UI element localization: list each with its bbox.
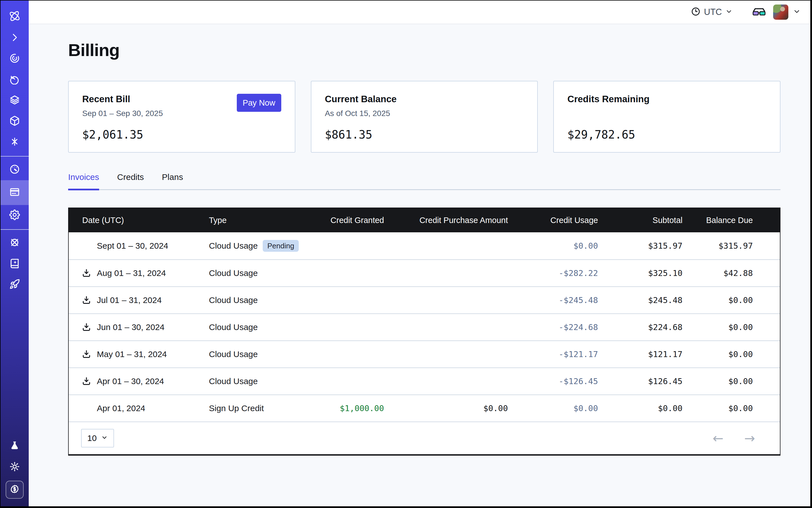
subtotal-value: $315.97 bbox=[598, 241, 682, 251]
invoice-type: Sign Up Credit bbox=[209, 404, 264, 413]
table-row: Jun 01 – 30, 2024 Cloud Usage -$224.68 $… bbox=[69, 313, 780, 340]
dollar-badge-button[interactable] bbox=[6, 481, 24, 499]
download-invoice-button[interactable] bbox=[82, 349, 92, 359]
clock-icon bbox=[691, 7, 700, 17]
credit-usage-value: -$126.45 bbox=[508, 377, 598, 386]
chevron-down-icon[interactable] bbox=[793, 8, 801, 16]
date-cell: Aug 01 – 31, 2024 bbox=[69, 268, 209, 278]
summary-cards: Recent Bill Sep 01 – Sep 30, 2025 Pay No… bbox=[68, 81, 780, 153]
chevron-down-icon bbox=[101, 433, 108, 443]
column-header-balance-due: Balance Due bbox=[682, 216, 780, 225]
invoice-type: Cloud Usage bbox=[209, 377, 258, 386]
timezone-label: UTC bbox=[704, 7, 722, 17]
sidebar-item-billing[interactable] bbox=[1, 180, 29, 205]
download-icon bbox=[82, 323, 91, 332]
sidebar-item-functions[interactable] bbox=[1, 132, 29, 153]
subtotal-value: $0.00 bbox=[598, 404, 682, 413]
invoice-date: Apr 01, 2024 bbox=[97, 404, 145, 413]
type-cell: Cloud Usage Pending bbox=[209, 240, 324, 252]
timezone-selector[interactable]: UTC bbox=[691, 7, 733, 17]
credits-remaining-amount: $29,782.65 bbox=[567, 128, 766, 141]
spiral-eye-icon bbox=[9, 53, 20, 65]
sidebar-item-expand[interactable] bbox=[1, 28, 29, 48]
sidebar-item-observe[interactable] bbox=[1, 48, 29, 69]
credit-usage-value: $0.00 bbox=[508, 241, 598, 251]
sidebar-item-docs[interactable] bbox=[1, 253, 29, 274]
date-cell: May 01 – 31, 2024 bbox=[69, 349, 209, 359]
invoice-date: Jun 01 – 30, 2024 bbox=[97, 323, 164, 332]
download-invoice-button[interactable] bbox=[82, 295, 92, 305]
sidebar-item-logo[interactable] bbox=[1, 1, 29, 28]
table-row: Sept 01 – 30, 2024 Cloud Usage Pending $… bbox=[69, 232, 780, 259]
type-cell: Cloud Usage bbox=[209, 323, 324, 332]
subtotal-value: $224.68 bbox=[598, 323, 682, 332]
type-cell: Cloud Usage bbox=[209, 349, 324, 359]
date-cell: Sept 01 – 30, 2024 bbox=[69, 241, 209, 251]
card-subtitle: As of Oct 15, 2025 bbox=[325, 109, 524, 119]
status-badge: Pending bbox=[263, 240, 298, 252]
tab-plans[interactable]: Plans bbox=[162, 172, 183, 189]
previous-page-button[interactable]: ← bbox=[713, 432, 724, 444]
download-invoice-button[interactable] bbox=[82, 376, 92, 386]
recent-bill-amount: $2,061.35 bbox=[82, 128, 281, 141]
sidebar-item-layers[interactable] bbox=[1, 90, 29, 111]
chevron-right-icon bbox=[9, 32, 20, 44]
date-cell: Apr 01, 2024 bbox=[69, 404, 209, 413]
date-cell: Jul 01 – 31, 2024 bbox=[69, 295, 209, 305]
sidebar-item-credits[interactable] bbox=[1, 477, 29, 502]
subtotal-value: $126.45 bbox=[598, 377, 682, 386]
next-page-button[interactable]: → bbox=[744, 432, 755, 444]
credit-usage-value: -$121.17 bbox=[508, 349, 598, 359]
gauge-icon bbox=[9, 164, 20, 176]
tab-invoices[interactable]: Invoices bbox=[68, 172, 99, 190]
page-size-value: 10 bbox=[87, 433, 96, 443]
sidebar-item-launch[interactable] bbox=[1, 274, 29, 295]
sidebar-item-theme[interactable] bbox=[1, 457, 29, 477]
pay-now-button[interactable]: Pay Now bbox=[237, 94, 281, 112]
sidebar-item-settings[interactable] bbox=[1, 205, 29, 226]
sun-icon bbox=[9, 461, 20, 473]
invoice-date: Apr 01 – 30, 2024 bbox=[97, 377, 164, 386]
sidebar-item-packages[interactable] bbox=[1, 111, 29, 132]
sidebar-item-labs[interactable] bbox=[1, 436, 29, 457]
column-header-credit-granted: Credit Granted bbox=[324, 216, 384, 225]
ship-wheel-icon bbox=[9, 237, 20, 249]
layers-icon bbox=[9, 95, 20, 107]
billing-card-icon bbox=[9, 187, 20, 199]
topbar: UTC bbox=[29, 1, 810, 24]
card-subtitle: Sep 01 – Sep 30, 2025 bbox=[82, 109, 163, 119]
credit-granted-value: $1,000.00 bbox=[324, 404, 384, 413]
subtotal-value: $325.10 bbox=[598, 268, 682, 278]
invoice-date: Jul 01 – 31, 2024 bbox=[97, 295, 162, 305]
current-balance-card: Current Balance As of Oct 15, 2025 $861.… bbox=[311, 81, 538, 153]
user-avatar[interactable] bbox=[773, 4, 788, 20]
invoice-date: May 01 – 31, 2024 bbox=[97, 349, 167, 359]
subtotal-value: $121.17 bbox=[598, 349, 682, 359]
column-header-credit-purchase: Credit Purchase Amount bbox=[384, 216, 508, 225]
type-cell: Sign Up Credit bbox=[209, 404, 324, 413]
glasses-icon[interactable] bbox=[752, 7, 766, 17]
card-title: Current Balance bbox=[325, 94, 524, 104]
date-cell: Apr 01 – 30, 2024 bbox=[69, 376, 209, 386]
orbit-logo-icon bbox=[8, 9, 21, 24]
table-footer: 10 ← → bbox=[69, 422, 780, 454]
history-clock-icon bbox=[9, 74, 20, 86]
column-header-credit-usage: Credit Usage bbox=[508, 216, 598, 225]
current-balance-amount: $861.35 bbox=[325, 128, 524, 141]
card-subtitle bbox=[567, 109, 766, 119]
tab-credits[interactable]: Credits bbox=[117, 172, 144, 189]
card-title: Credits Remaining bbox=[567, 94, 766, 104]
download-invoice-button[interactable] bbox=[82, 322, 92, 332]
sidebar-item-fleet[interactable] bbox=[1, 232, 29, 253]
invoice-date: Aug 01 – 31, 2024 bbox=[97, 268, 166, 278]
credit-usage-value: -$282.22 bbox=[508, 268, 598, 278]
page-size-select[interactable]: 10 bbox=[81, 429, 114, 448]
sidebar-item-history[interactable] bbox=[1, 69, 29, 90]
download-invoice-button[interactable] bbox=[82, 268, 92, 278]
recent-bill-card: Recent Bill Sep 01 – Sep 30, 2025 Pay No… bbox=[68, 81, 295, 153]
flask-icon bbox=[9, 440, 20, 452]
table-row: Jul 01 – 31, 2024 Cloud Usage -$245.48 $… bbox=[69, 286, 780, 313]
billing-page: Billing Recent Bill Sep 01 – Sep 30, 202… bbox=[29, 24, 810, 506]
sidebar-item-usage[interactable] bbox=[1, 159, 29, 180]
balance-due-value: $42.88 bbox=[682, 268, 780, 278]
